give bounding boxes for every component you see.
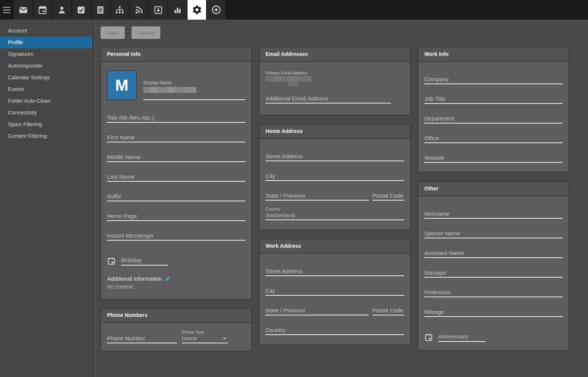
tab-tasks[interactable] xyxy=(72,0,90,20)
primary-email-label: Primary Email Address xyxy=(265,71,404,75)
calendar-icon xyxy=(424,333,433,342)
work-state-field[interactable]: State / Province xyxy=(265,306,369,315)
panel-title: Home Address xyxy=(259,124,410,139)
instant-messenger-field[interactable]: Instant Messenger xyxy=(107,232,245,241)
middle-name-field[interactable]: Middle Name xyxy=(107,153,245,162)
tab-mail[interactable] xyxy=(14,0,33,20)
first-name-field[interactable]: First Name xyxy=(107,133,245,142)
tab-file-storage[interactable] xyxy=(149,0,168,20)
website-field[interactable]: Website xyxy=(424,154,563,163)
sidebar-item-account[interactable]: Account xyxy=(0,25,92,37)
org-tree-icon xyxy=(115,5,125,15)
settings-gear-icon xyxy=(192,5,202,15)
display-name-label: Display Name xyxy=(143,80,172,85)
tab-domain[interactable] xyxy=(110,0,129,20)
no-content-text: No content. xyxy=(107,284,245,290)
birthday-field[interactable]: Birthday xyxy=(107,256,245,266)
profession-field[interactable]: Profession xyxy=(424,288,563,297)
nickname-field[interactable]: Nickname xyxy=(424,210,563,219)
home-address-panel: Home Address Street Address City State /… xyxy=(259,124,411,230)
mail-icon xyxy=(18,5,28,15)
other-panel: Other Nickname Spouse Name Assistant Nam… xyxy=(418,181,569,351)
anniversary-field[interactable]: Anniversary xyxy=(424,332,563,342)
home-postal-field[interactable]: Postal Code xyxy=(372,192,404,201)
home-street-field[interactable]: Street Address xyxy=(265,152,404,161)
tab-new-item[interactable] xyxy=(207,0,225,20)
toolbar: Save Cancel xyxy=(101,26,160,39)
rss-icon xyxy=(134,5,144,15)
work-country-field[interactable]: Country xyxy=(265,326,404,335)
phone-number-field[interactable]: Phone Number xyxy=(107,334,177,343)
top-app-bar xyxy=(0,0,588,20)
work-street-field[interactable]: Street Address xyxy=(265,267,404,276)
panel-title: Phone Numbers xyxy=(101,308,251,323)
panel-title: Work Address xyxy=(259,239,410,253)
redacted-primary-email-2 xyxy=(288,82,298,86)
home-country-select[interactable]: Country Switzerland xyxy=(265,207,404,220)
last-name-field[interactable]: Last Name xyxy=(107,173,245,182)
settings-sidebar: Account Profile Signatures Autoresponder… xyxy=(0,20,92,377)
work-address-panel: Work Address Street Address City State /… xyxy=(259,239,411,345)
additional-information-label: Additional Information xyxy=(107,275,162,282)
office-field[interactable]: Office xyxy=(424,134,563,143)
calendar-icon xyxy=(37,5,48,15)
suffix-field[interactable]: Suffix xyxy=(107,192,245,201)
panel-title: Other xyxy=(418,182,569,196)
sidebar-item-autoresponder[interactable]: Autoresponder xyxy=(0,60,92,72)
tab-notes[interactable] xyxy=(91,0,110,20)
additional-email-field[interactable]: Additional Email Address xyxy=(265,94,391,104)
redacted-display-name xyxy=(143,87,196,93)
menu-icon[interactable] xyxy=(3,0,13,20)
sidebar-item-profile[interactable]: Profile xyxy=(0,37,92,48)
phone-type-label: Phone Type xyxy=(182,330,228,334)
tab-rss[interactable] xyxy=(130,0,148,20)
assistant-name-field[interactable]: Assistant Name xyxy=(424,249,563,258)
calendar-icon xyxy=(107,257,116,266)
sidebar-item-content-filtering[interactable]: Content Filtering xyxy=(0,130,92,142)
tab-reports[interactable] xyxy=(168,0,187,20)
sidebar-item-folder-auto-clean[interactable]: Folder Auto-Clean xyxy=(0,95,92,107)
home-page-field[interactable]: Home Page xyxy=(107,212,245,221)
work-info-panel: Work Info Company Job Title Department O… xyxy=(418,47,569,172)
contacts-icon xyxy=(57,5,67,15)
save-button[interactable]: Save xyxy=(101,26,125,39)
notes-icon xyxy=(95,5,105,15)
phone-type-value: Home xyxy=(182,334,197,343)
reports-icon xyxy=(172,5,183,15)
avatar[interactable]: M xyxy=(107,71,137,100)
phone-numbers-panel: Phone Numbers Phone Number Phone Type Ho… xyxy=(101,308,252,351)
country-value: Switzerland xyxy=(265,211,404,219)
plus-circle-icon xyxy=(211,5,222,15)
spouse-name-field[interactable]: Spouse Name xyxy=(424,229,563,238)
phone-type-select[interactable]: Phone Type Home xyxy=(182,330,228,343)
title-field[interactable]: Title (Mr./Mrs./etc.) xyxy=(107,114,245,123)
sidebar-item-spam-filtering[interactable]: Spam Filtering xyxy=(0,119,92,130)
sidebar-divider xyxy=(92,20,93,377)
work-postal-field[interactable]: Postal Code xyxy=(372,306,404,315)
home-state-field[interactable]: State / Province xyxy=(265,192,369,201)
country-label: Country xyxy=(265,207,404,211)
redacted-primary-email xyxy=(265,76,312,82)
tasks-icon xyxy=(76,5,86,15)
tab-calendar[interactable] xyxy=(33,0,52,20)
panel-title: Work Info xyxy=(418,47,569,62)
display-name-field[interactable]: Display Name xyxy=(143,71,245,100)
job-title-field[interactable]: Job Title xyxy=(424,95,563,104)
panel-title: Email Addresses xyxy=(259,47,410,62)
home-city-field[interactable]: City xyxy=(265,172,404,181)
sidebar-item-events[interactable]: Events xyxy=(0,83,92,95)
tab-settings[interactable] xyxy=(188,0,206,20)
chevron-down-icon xyxy=(223,338,227,340)
tab-contacts[interactable] xyxy=(53,0,71,20)
department-field[interactable]: Department xyxy=(424,114,563,124)
company-field[interactable]: Company xyxy=(424,75,563,84)
work-city-field[interactable]: City xyxy=(265,287,404,296)
cancel-button[interactable]: Cancel xyxy=(132,26,161,39)
sidebar-item-connectivity[interactable]: Connectivity xyxy=(0,107,92,119)
mileage-field[interactable]: Mileage xyxy=(424,308,563,317)
sidebar-item-signatures[interactable]: Signatures xyxy=(0,48,92,60)
sidebar-item-calendar-settings[interactable]: Calendar Settings xyxy=(0,72,92,83)
edit-pencil-icon[interactable] xyxy=(165,276,171,281)
panel-title: Personal Info xyxy=(101,47,251,62)
manager-field[interactable]: Manager xyxy=(424,269,563,278)
